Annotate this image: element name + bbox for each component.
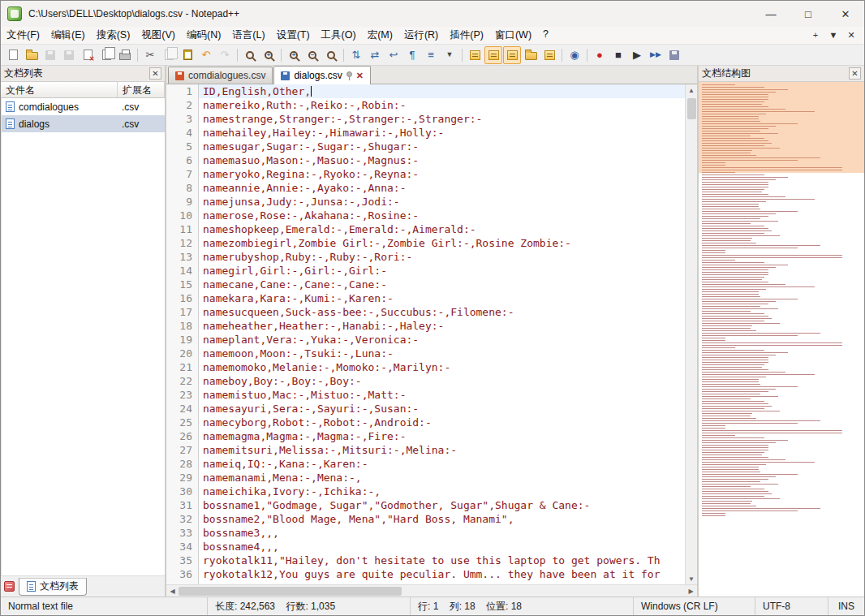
document-list-bottom-tab[interactable]: 文档列表 <box>19 578 87 596</box>
menu-item[interactable]: 文件(F) <box>1 27 45 44</box>
close-file-icon[interactable] <box>79 46 97 64</box>
code-line[interactable]: namemasuo,Mason:-,Masuo:-,Magnus:- <box>199 153 685 167</box>
code-line[interactable]: namemagma,Magma:-,Magma:-,Fire:- <box>199 429 685 443</box>
line-number[interactable]: 31 <box>166 498 198 512</box>
editor[interactable]: 1234567891011121314151617181920212223242… <box>166 84 697 584</box>
minimize-button[interactable]: — <box>752 1 790 27</box>
line-number[interactable]: 14 <box>166 264 198 278</box>
code-line[interactable]: namesugar,Sugar:-,Sugar:-,Shugar:- <box>199 140 685 153</box>
document-map[interactable] <box>699 82 864 597</box>
replace-icon[interactable]: + <box>260 46 278 64</box>
cut-icon[interactable]: ✂ <box>141 46 159 64</box>
code-line[interactable]: nameplant,Vera:-,Yuka:-,Veronica:- <box>199 333 685 347</box>
paste-icon[interactable] <box>179 46 196 64</box>
vertical-scrollbar-thumb[interactable] <box>687 98 696 119</box>
column-header-extension[interactable]: 扩展名 <box>118 82 165 97</box>
chevron-dropdown-icon[interactable]: ▼ <box>441 46 458 64</box>
print-icon[interactable] <box>116 46 134 64</box>
line-number[interactable]: 6 <box>166 153 198 167</box>
status-encoding[interactable]: UTF-8 <box>755 597 828 615</box>
code-line[interactable]: namerubyshop,Ruby:-,Ruby:-,Rori:- <box>199 250 685 264</box>
line-number[interactable]: 8 <box>166 181 198 195</box>
menu-item[interactable]: 运行(R) <box>398 27 444 44</box>
line-number[interactable]: 33 <box>166 526 198 540</box>
document-monitor-eye-icon[interactable]: ◉ <box>566 46 583 64</box>
doc-list-row[interactable]: dialogs.csv <box>2 115 165 132</box>
line-number[interactable]: 5 <box>166 140 198 153</box>
menu-item[interactable]: 编码(N) <box>181 27 226 44</box>
line-number[interactable]: 34 <box>166 540 198 554</box>
line-number[interactable]: 29 <box>166 471 198 485</box>
line-number[interactable]: 35 <box>166 554 198 567</box>
document-map-icon[interactable] <box>484 46 502 64</box>
code-line[interactable]: bossname3,,, <box>199 526 685 540</box>
line-number[interactable]: 28 <box>166 457 198 471</box>
document-list-icon[interactable] <box>503 46 521 64</box>
document-tab[interactable]: comdialogues.csv <box>168 67 273 84</box>
menu-item[interactable]: 插件(P) <box>444 27 489 44</box>
code-line[interactable]: namemomoko,Melanie:-,Momoko:-,Marilyn:- <box>199 360 685 374</box>
code-line[interactable]: namestrange,Stranger:-,Stranger:-,Strang… <box>199 112 685 126</box>
zoom-in-icon[interactable]: + <box>285 46 303 64</box>
code-line[interactable]: ID,English,Other, <box>199 84 685 98</box>
line-number[interactable]: 12 <box>166 236 198 250</box>
save-file-icon[interactable] <box>41 46 59 64</box>
undo-icon[interactable]: ↶ <box>197 46 215 64</box>
redo-icon[interactable]: ↷ <box>216 46 234 64</box>
line-number[interactable]: 3 <box>166 112 198 126</box>
editor-code[interactable]: ID,English,Other,namereiko,Ruth:-,Reiko:… <box>199 84 685 584</box>
menu-item[interactable]: 视图(V) <box>136 27 181 44</box>
line-number[interactable]: 1 <box>166 84 198 98</box>
macro-play-icon[interactable]: ▶ <box>628 46 646 64</box>
docked-panel-icon[interactable] <box>4 581 15 592</box>
line-number[interactable]: 20 <box>166 347 198 360</box>
code-line[interactable]: namereiko,Ruth:-,Reiko:-,Robin:- <box>199 98 685 112</box>
code-line[interactable]: nameshopkeep,Emerald:-,Emerald:-,Aimeral… <box>199 222 685 236</box>
line-number[interactable]: 21 <box>166 360 198 374</box>
code-line[interactable]: bossname2,"Blood Mage, Mena","Hard Boss,… <box>199 512 685 526</box>
restore-zoom-icon[interactable] <box>322 46 340 64</box>
word-wrap-icon[interactable]: ↩ <box>385 46 402 64</box>
line-number[interactable]: 27 <box>166 443 198 457</box>
line-number[interactable]: 4 <box>166 126 198 140</box>
close-all-files-icon[interactable] <box>97 46 115 64</box>
line-number[interactable]: 22 <box>166 374 198 388</box>
function-list-icon[interactable] <box>466 46 484 64</box>
menu-item[interactable]: ? <box>537 27 554 44</box>
line-number[interactable]: 16 <box>166 291 198 305</box>
line-number[interactable]: 18 <box>166 319 198 333</box>
line-number[interactable]: 30 <box>166 485 198 498</box>
menu-item[interactable]: 编辑(E) <box>45 27 91 44</box>
horizontal-scrollbar[interactable]: ◀ ▶ <box>166 584 697 597</box>
find-icon[interactable] <box>241 46 259 64</box>
code-line[interactable]: namemitsuri,Melissa:-,Mitsuri:-,Melina:- <box>199 443 685 457</box>
code-line[interactable]: namekara,Kara:-,Kumi:-,Karen:- <box>199 291 685 305</box>
code-line[interactable]: namemistuo,Mac:-,Mistuo:-,Matt:- <box>199 388 685 402</box>
document-tab[interactable]: dialogs.csv✕ <box>273 66 371 84</box>
code-line[interactable]: namesucqueen,Suck-ass-bee:-,Succubus:-,F… <box>199 305 685 319</box>
line-number[interactable]: 23 <box>166 388 198 402</box>
doc-list-row[interactable]: comdialogues.csv <box>2 98 165 115</box>
menubar-dropdown-icon[interactable]: ▼ <box>825 30 841 41</box>
code-line[interactable]: bossname4,,, <box>199 540 685 554</box>
document-map-panel-close-icon[interactable]: ✕ <box>849 67 861 80</box>
horizontal-scrollbar-thumb[interactable] <box>179 587 402 596</box>
macro-stop-icon[interactable]: ■ <box>609 46 627 64</box>
code-line[interactable]: ryokotalk11,"Hailey, don't hesitate to u… <box>199 554 685 567</box>
line-number[interactable]: 25 <box>166 416 198 429</box>
code-line[interactable]: namegirl,Girl:-,Girl:-,Girl:- <box>199 264 685 278</box>
code-line[interactable]: namesayuri,Sera:-,Sayuri:-,Susan:- <box>199 402 685 416</box>
line-number[interactable]: 7 <box>166 167 198 181</box>
line-number[interactable]: 11 <box>166 222 198 236</box>
code-line[interactable]: namejunsa,Judy:-,Junsa:-,Jodi:- <box>199 195 685 209</box>
status-eol-format[interactable]: Windows (CR LF) <box>634 597 755 615</box>
code-line[interactable]: nameannie,Annie:-,Ayako:-,Anna:- <box>199 181 685 195</box>
line-number[interactable]: 24 <box>166 402 198 416</box>
code-line[interactable]: namemanami,Mena:-,Mena:-, <box>199 471 685 485</box>
vertical-scrollbar[interactable]: ▲ ▼ <box>685 84 697 584</box>
code-line[interactable]: namehailey,Hailey:-,Himawari:-,Holly:- <box>199 126 685 140</box>
sync-scroll-horizontal-icon[interactable]: ⇄ <box>366 46 384 64</box>
line-number[interactable]: 15 <box>166 278 198 291</box>
folder-as-workspace-icon[interactable] <box>522 46 540 64</box>
save-all-icon[interactable] <box>60 46 78 64</box>
